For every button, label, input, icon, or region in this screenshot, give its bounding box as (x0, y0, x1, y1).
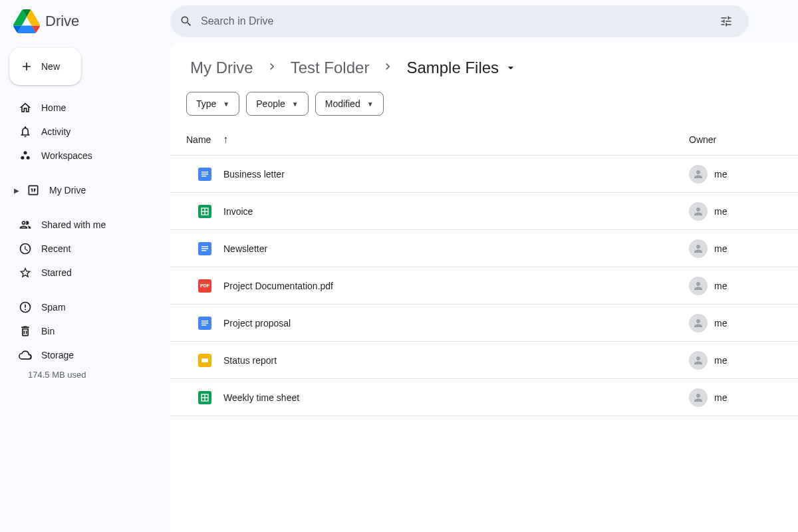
search-input[interactable]: Search in Drive (201, 15, 705, 27)
logo[interactable]: Drive (11, 8, 170, 35)
file-name: Newsletter (223, 243, 267, 254)
sidebar-item-activity[interactable]: Activity (9, 120, 160, 144)
sidebar-item-label: Storage (41, 350, 74, 360)
owner-label: me (714, 243, 727, 254)
avatar (689, 277, 708, 295)
app-name: Drive (45, 13, 79, 30)
table-row[interactable]: Status reportme (170, 342, 798, 379)
filter-chip-modified[interactable]: Modified▼ (315, 92, 384, 116)
table-row[interactable]: Weekly time sheetme (170, 379, 798, 416)
table-row[interactable]: PDFProject Documentation.pdfme (170, 267, 798, 305)
file-name: Status report (223, 355, 277, 366)
owner-label: me (714, 281, 727, 291)
sidebar-item-spam[interactable]: Spam (9, 295, 160, 319)
svg-rect-11 (201, 250, 206, 251)
sheets-icon (198, 391, 211, 404)
sidebar-item-recent[interactable]: Recent (9, 237, 160, 261)
filter-chips: Type▼ People▼ Modified▼ (170, 80, 798, 124)
filter-chip-people[interactable]: People▼ (246, 92, 309, 116)
file-name-cell: PDFProject Documentation.pdf (186, 279, 689, 293)
sidebar-item-label: Activity (41, 126, 70, 137)
file-name: Project Documentation.pdf (223, 281, 333, 291)
svg-rect-9 (201, 246, 208, 247)
svg-point-0 (24, 151, 27, 154)
file-name-cell: Project proposal (186, 317, 689, 330)
table-row[interactable]: Newsletterme (170, 230, 798, 267)
caret-right-icon[interactable]: ▶ (13, 187, 20, 194)
search-bar[interactable]: Search in Drive (170, 5, 749, 37)
spam-icon (19, 301, 32, 314)
svg-rect-5 (201, 176, 206, 177)
avatar (689, 239, 708, 258)
file-name-cell: Business letter (186, 168, 689, 181)
table-row[interactable]: Invoiceme (170, 193, 798, 230)
sidebar-item-workspaces[interactable]: Workspaces (9, 144, 160, 168)
svg-rect-13 (201, 323, 208, 324)
breadcrumb-item[interactable]: My Drive (186, 56, 257, 80)
clock-icon (19, 242, 32, 255)
bell-icon (19, 125, 32, 138)
caret-down-icon: ▼ (367, 100, 374, 108)
file-owner-cell: me (689, 165, 782, 184)
file-name: Business letter (223, 169, 285, 180)
filter-chip-type[interactable]: Type▼ (186, 92, 239, 116)
svg-rect-14 (201, 325, 206, 326)
sidebar-item-my-drive[interactable]: ▶ My Drive (9, 178, 160, 202)
breadcrumb: My Drive Test Folder Sample Files (170, 56, 798, 80)
chevron-right-icon (377, 59, 398, 77)
storage-used: 174.5 MB used (9, 370, 160, 380)
sidebar-item-label: Starred (41, 267, 72, 278)
caret-down-icon (504, 61, 517, 74)
sidebar-item-label: Home (41, 102, 66, 113)
file-table: Name ↑ Owner Business lettermeInvoicemeN… (170, 124, 798, 416)
search-icon (180, 15, 193, 28)
file-name-cell: Weekly time sheet (186, 391, 689, 404)
sidebar-item-starred[interactable]: Starred (9, 261, 160, 285)
sidebar-item-home[interactable]: Home (9, 96, 160, 120)
docs-icon (198, 168, 211, 181)
header: Drive Search in Drive (0, 0, 798, 43)
docs-icon (198, 317, 211, 330)
column-header-name[interactable]: Name ↑ (186, 134, 689, 146)
file-name: Invoice (223, 206, 253, 217)
star-icon (19, 266, 32, 279)
search-options-button[interactable] (713, 8, 739, 35)
breadcrumb-item[interactable]: Test Folder (287, 56, 374, 80)
table-header: Name ↑ Owner (170, 124, 798, 156)
docs-icon (198, 242, 211, 255)
sidebar-item-shared[interactable]: Shared with me (9, 213, 160, 237)
owner-label: me (714, 355, 727, 366)
workspaces-icon (19, 149, 32, 162)
sheets-icon (198, 205, 211, 218)
sidebar-item-label: Workspaces (41, 150, 92, 161)
avatar (689, 351, 708, 370)
svg-rect-12 (201, 321, 208, 322)
file-name: Project proposal (223, 318, 291, 329)
new-button[interactable]: New (9, 48, 81, 85)
sidebar-item-bin[interactable]: Bin (9, 319, 160, 343)
table-row[interactable]: Business letterme (170, 156, 798, 193)
file-owner-cell: me (689, 202, 782, 221)
sidebar-item-label: Spam (41, 302, 66, 313)
avatar (689, 388, 708, 407)
file-owner-cell: me (689, 314, 782, 332)
owner-label: me (714, 392, 727, 403)
shared-icon (19, 218, 32, 231)
file-name-cell: Invoice (186, 205, 689, 218)
breadcrumb-current[interactable]: Sample Files (402, 56, 521, 80)
svg-rect-15 (201, 358, 208, 362)
sidebar-item-label: Bin (41, 326, 55, 336)
sidebar: New Home Activity Workspaces ▶ My Drive (0, 43, 170, 532)
sort-ascending-icon: ↑ (223, 134, 228, 146)
file-owner-cell: me (689, 239, 782, 258)
svg-rect-3 (201, 172, 208, 173)
sidebar-item-label: Shared with me (41, 219, 106, 230)
file-owner-cell: me (689, 388, 782, 407)
pdf-icon: PDF (198, 279, 211, 293)
sidebar-item-storage[interactable]: Storage (9, 343, 160, 367)
plus-icon (20, 60, 33, 73)
drive-icon (27, 184, 40, 197)
column-header-owner[interactable]: Owner (689, 134, 782, 145)
tune-icon (720, 15, 733, 28)
table-row[interactable]: Project proposalme (170, 305, 798, 342)
